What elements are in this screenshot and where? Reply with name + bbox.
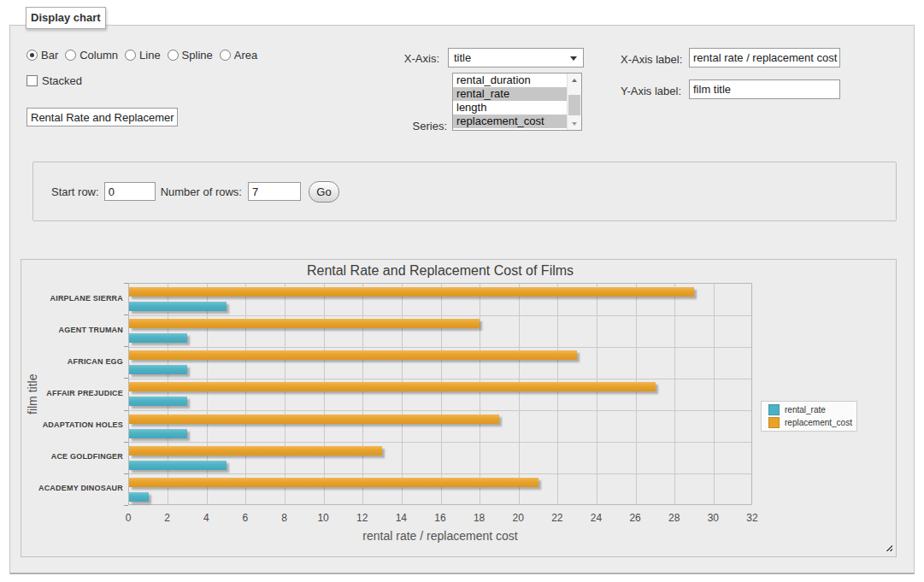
x-tick-label: 20 [501,512,535,524]
chart-type-bar[interactable]: Bar [26,49,58,62]
legend-item: replacement_cost [768,416,852,429]
x-tick-label: 12 [345,512,380,524]
x-tick-label: 8 [268,512,302,524]
legend-label: rental_rate [785,405,826,414]
gridline-vertical [441,284,442,504]
y-axis-tick [124,346,128,347]
legend-swatch [768,404,780,415]
chart-type-options: BarColumnLineSplineArea [26,49,264,62]
stacked-option[interactable]: Stacked [26,74,82,87]
chart-title-input[interactable]: Rental Rate and Replacemer [26,108,178,126]
chart-type-area[interactable]: Area [220,49,257,62]
bar-replacement_cost [129,350,577,360]
scroll-up-icon[interactable] [568,73,581,86]
x-tick-label: 30 [696,512,730,524]
chart-type-column[interactable]: Column [65,49,118,62]
x-tick-label: 10 [306,512,340,524]
legend-swatch [768,417,780,428]
y-axis-label-input[interactable]: film title [689,79,840,99]
bar-rental_rate [129,302,227,311]
number-of-rows-label: Number of rows: [161,185,242,198]
y-axis-tick [124,378,128,379]
x-tick-label: 22 [540,512,574,524]
radio-icon[interactable] [65,50,76,61]
gridline-vertical [207,284,208,504]
bar-rental_rate [129,429,187,438]
x-tick-label: 0 [111,512,145,524]
stacked-label: Stacked [42,74,82,87]
gridline-vertical [519,284,520,504]
x-tick-label: 32 [735,512,769,524]
y-tick-label: ACADEMY DINOSAUR [21,484,127,492]
y-tick-label: ADAPTATION HOLES [21,420,127,429]
x-tick-label: 16 [423,512,457,524]
gridline-vertical [285,284,285,504]
bar-replacement_cost [129,382,656,391]
y-axis-label-caption: Y-Axis label: [621,85,681,97]
y-axis-tick [124,505,128,506]
gridline-vertical [714,284,715,504]
gridline-vertical [597,284,597,504]
chart-type-label: Spline [182,49,213,62]
gridline-vertical [636,284,637,504]
bar-replacement_cost [129,319,480,328]
bar-replacement_cost [129,287,694,297]
series-list[interactable]: rental_durationrental_ratelengthreplacem… [452,73,582,131]
gridline-horizontal [129,442,751,443]
resize-handle-icon[interactable] [884,543,892,551]
series-option-length[interactable]: length [453,101,567,115]
gridline-vertical [557,284,558,504]
series-caption: Series: [371,120,447,132]
x-tick-label: 28 [657,512,692,524]
y-axis-tick [124,283,128,284]
radio-icon[interactable] [168,50,179,61]
radio-icon[interactable] [26,50,38,61]
y-tick-label: AIRPLANE SIERRA [21,294,127,303]
plot-area [128,283,752,505]
series-option-rental_duration[interactable]: rental_duration [453,73,567,87]
chart-type-label: Line [139,49,161,62]
display-chart-legend: Display chart [26,7,106,29]
chart-type-spline[interactable]: Spline [168,49,213,62]
x-axis-select[interactable]: title [448,48,584,68]
gridline-horizontal [129,315,751,316]
start-row-input[interactable]: 0 [104,182,156,201]
gridline-vertical [480,284,480,504]
x-tick-label: 14 [384,512,418,524]
y-axis-tick [124,473,128,474]
gridline-vertical [168,284,168,504]
y-tick-label: ACE GOLDFINGER [21,452,127,461]
gridline-vertical [674,284,675,504]
series-option-replacement_cost[interactable]: replacement_cost [453,115,567,128]
number-of-rows-input[interactable]: 7 [248,182,301,201]
gridline-horizontal [129,410,751,411]
chevron-down-icon [570,56,577,61]
scroll-down-icon[interactable] [568,117,581,130]
legend-item: rental_rate [768,403,852,416]
series-option-rental_rate[interactable]: rental_rate [453,87,567,101]
scrollbar-thumb[interactable] [568,95,580,115]
x-tick-label: 26 [618,512,652,524]
y-axis-tick [124,442,128,443]
x-axis-selected-value: title [454,51,471,64]
x-axis-label-caption: X-Axis label: [621,53,682,66]
y-tick-label: AFRICAN EGG [21,357,127,366]
gridline-vertical [402,284,403,504]
bar-rental_rate [129,365,187,374]
bar-rental_rate [129,333,187,343]
gridline-vertical [245,284,246,504]
radio-icon[interactable] [220,50,231,61]
display-chart-fieldset: Display chart BarColumnLineSplineArea St… [9,25,915,574]
chart-type-label: Column [79,49,118,62]
y-axis-tick [124,315,128,315]
radio-icon[interactable] [125,50,136,61]
series-scrollbar[interactable] [567,73,581,130]
bar-rental_rate [129,461,227,470]
bar-replacement_cost [129,414,499,424]
go-button[interactable]: Go [309,181,339,203]
x-axis-label-input[interactable]: rental rate / replacement cost [689,48,840,68]
chart-type-line[interactable]: Line [125,49,161,62]
gridline-horizontal [129,379,751,379]
stacked-checkbox[interactable] [26,75,38,86]
chart-type-label: Area [234,49,257,62]
